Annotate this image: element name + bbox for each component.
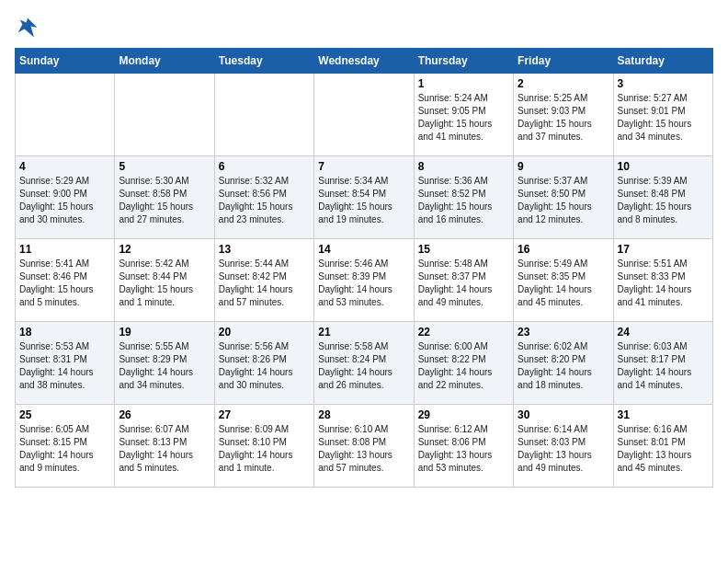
col-header-tuesday: Tuesday [214, 49, 313, 74]
calendar-cell: 27Sunrise: 6:09 AM Sunset: 8:10 PM Dayli… [214, 405, 313, 488]
calendar-cell: 16Sunrise: 5:49 AM Sunset: 8:35 PM Dayli… [514, 239, 613, 322]
day-info: Sunrise: 5:55 AM Sunset: 8:29 PM Dayligh… [119, 340, 210, 392]
calendar-cell: 3Sunrise: 5:27 AM Sunset: 9:01 PM Daylig… [613, 74, 712, 156]
day-info: Sunrise: 5:34 AM Sunset: 8:54 PM Dayligh… [318, 175, 409, 226]
day-info: Sunrise: 5:51 AM Sunset: 8:33 PM Dayligh… [618, 258, 709, 309]
calendar-cell: 21Sunrise: 5:58 AM Sunset: 8:24 PM Dayli… [314, 322, 414, 405]
day-info: Sunrise: 5:25 AM Sunset: 9:03 PM Dayligh… [518, 92, 609, 144]
col-header-saturday: Saturday [613, 49, 712, 74]
day-info: Sunrise: 6:02 AM Sunset: 8:20 PM Dayligh… [518, 340, 609, 392]
day-number: 19 [119, 326, 210, 339]
day-number: 23 [518, 326, 609, 339]
calendar-cell: 31Sunrise: 6:16 AM Sunset: 8:01 PM Dayli… [613, 405, 712, 488]
day-info: Sunrise: 5:44 AM Sunset: 8:42 PM Dayligh… [219, 258, 310, 309]
day-number: 25 [19, 408, 110, 421]
day-number: 20 [219, 326, 310, 339]
page-header [15, 15, 713, 40]
calendar-cell: 6Sunrise: 5:32 AM Sunset: 8:56 PM Daylig… [214, 156, 313, 239]
calendar-cell: 7Sunrise: 5:34 AM Sunset: 8:54 PM Daylig… [314, 156, 414, 239]
day-number: 8 [418, 160, 509, 173]
day-number: 2 [518, 77, 609, 90]
day-info: Sunrise: 5:24 AM Sunset: 9:05 PM Dayligh… [418, 92, 509, 144]
day-info: Sunrise: 5:58 AM Sunset: 8:24 PM Dayligh… [318, 340, 409, 392]
calendar-table: SundayMondayTuesdayWednesdayThursdayFrid… [15, 48, 713, 488]
day-number: 14 [318, 243, 409, 256]
day-info: Sunrise: 5:48 AM Sunset: 8:37 PM Dayligh… [418, 258, 509, 309]
calendar-cell: 26Sunrise: 6:07 AM Sunset: 8:13 PM Dayli… [115, 405, 214, 488]
day-info: Sunrise: 5:36 AM Sunset: 8:52 PM Dayligh… [418, 175, 509, 226]
calendar-cell [115, 74, 214, 156]
calendar-cell: 20Sunrise: 5:56 AM Sunset: 8:26 PM Dayli… [214, 322, 313, 405]
day-number: 26 [119, 408, 210, 421]
day-info: Sunrise: 6:00 AM Sunset: 8:22 PM Dayligh… [418, 340, 509, 392]
calendar-cell: 11Sunrise: 5:41 AM Sunset: 8:46 PM Dayli… [16, 239, 115, 322]
day-info: Sunrise: 6:12 AM Sunset: 8:06 PM Dayligh… [418, 423, 509, 475]
calendar-week-row: 18Sunrise: 5:53 AM Sunset: 8:31 PM Dayli… [16, 322, 713, 405]
calendar-cell: 24Sunrise: 6:03 AM Sunset: 8:17 PM Dayli… [613, 322, 712, 405]
calendar-cell: 28Sunrise: 6:10 AM Sunset: 8:08 PM Dayli… [314, 405, 414, 488]
calendar-cell: 17Sunrise: 5:51 AM Sunset: 8:33 PM Dayli… [613, 239, 712, 322]
col-header-thursday: Thursday [414, 49, 513, 74]
day-info: Sunrise: 6:09 AM Sunset: 8:10 PM Dayligh… [219, 423, 310, 475]
day-number: 31 [618, 408, 709, 421]
day-info: Sunrise: 6:16 AM Sunset: 8:01 PM Dayligh… [618, 423, 709, 475]
calendar-cell: 9Sunrise: 5:37 AM Sunset: 8:50 PM Daylig… [514, 156, 613, 239]
col-header-sunday: Sunday [16, 49, 115, 74]
calendar-cell [214, 74, 313, 156]
day-info: Sunrise: 5:27 AM Sunset: 9:01 PM Dayligh… [618, 92, 709, 144]
calendar-cell: 15Sunrise: 5:48 AM Sunset: 8:37 PM Dayli… [414, 239, 513, 322]
col-header-friday: Friday [514, 49, 613, 74]
day-info: Sunrise: 5:49 AM Sunset: 8:35 PM Dayligh… [518, 258, 609, 309]
calendar-cell: 5Sunrise: 5:30 AM Sunset: 8:58 PM Daylig… [115, 156, 214, 239]
day-number: 16 [518, 243, 609, 256]
day-info: Sunrise: 5:41 AM Sunset: 8:46 PM Dayligh… [19, 258, 110, 309]
calendar-week-row: 11Sunrise: 5:41 AM Sunset: 8:46 PM Dayli… [16, 239, 713, 322]
calendar-cell: 1Sunrise: 5:24 AM Sunset: 9:05 PM Daylig… [414, 74, 513, 156]
day-info: Sunrise: 6:03 AM Sunset: 8:17 PM Dayligh… [618, 340, 709, 392]
day-number: 13 [219, 243, 310, 256]
day-number: 11 [19, 243, 110, 256]
day-info: Sunrise: 5:46 AM Sunset: 8:39 PM Dayligh… [318, 258, 409, 309]
day-info: Sunrise: 6:10 AM Sunset: 8:08 PM Dayligh… [318, 423, 409, 475]
day-info: Sunrise: 5:42 AM Sunset: 8:44 PM Dayligh… [119, 258, 210, 309]
day-number: 9 [518, 160, 609, 173]
calendar-week-row: 25Sunrise: 6:05 AM Sunset: 8:15 PM Dayli… [16, 405, 713, 488]
day-info: Sunrise: 5:29 AM Sunset: 9:00 PM Dayligh… [19, 175, 110, 226]
calendar-week-row: 4Sunrise: 5:29 AM Sunset: 9:00 PM Daylig… [16, 156, 713, 239]
day-number: 27 [219, 408, 310, 421]
day-number: 1 [418, 77, 509, 90]
calendar-cell: 30Sunrise: 6:14 AM Sunset: 8:03 PM Dayli… [514, 405, 613, 488]
day-info: Sunrise: 5:39 AM Sunset: 8:48 PM Dayligh… [618, 175, 709, 226]
col-header-monday: Monday [115, 49, 214, 74]
calendar-cell: 25Sunrise: 6:05 AM Sunset: 8:15 PM Dayli… [16, 405, 115, 488]
day-info: Sunrise: 5:53 AM Sunset: 8:31 PM Dayligh… [19, 340, 110, 392]
calendar-cell: 29Sunrise: 6:12 AM Sunset: 8:06 PM Dayli… [414, 405, 513, 488]
calendar-cell: 8Sunrise: 5:36 AM Sunset: 8:52 PM Daylig… [414, 156, 513, 239]
day-info: Sunrise: 6:07 AM Sunset: 8:13 PM Dayligh… [119, 423, 210, 475]
calendar-cell: 23Sunrise: 6:02 AM Sunset: 8:20 PM Dayli… [514, 322, 613, 405]
calendar-week-row: 1Sunrise: 5:24 AM Sunset: 9:05 PM Daylig… [16, 74, 713, 156]
day-info: Sunrise: 5:30 AM Sunset: 8:58 PM Dayligh… [119, 175, 210, 226]
calendar-cell: 10Sunrise: 5:39 AM Sunset: 8:48 PM Dayli… [613, 156, 712, 239]
day-number: 6 [219, 160, 310, 173]
calendar-cell: 13Sunrise: 5:44 AM Sunset: 8:42 PM Dayli… [214, 239, 313, 322]
calendar-cell: 2Sunrise: 5:25 AM Sunset: 9:03 PM Daylig… [514, 74, 613, 156]
day-number: 12 [119, 243, 210, 256]
day-number: 5 [119, 160, 210, 173]
day-number: 17 [618, 243, 709, 256]
calendar-cell: 22Sunrise: 6:00 AM Sunset: 8:22 PM Dayli… [414, 322, 513, 405]
day-number: 21 [318, 326, 409, 339]
day-number: 15 [418, 243, 509, 256]
day-info: Sunrise: 5:37 AM Sunset: 8:50 PM Dayligh… [518, 175, 609, 226]
day-number: 10 [618, 160, 709, 173]
svg-marker-0 [18, 18, 38, 38]
col-header-wednesday: Wednesday [314, 49, 414, 74]
day-info: Sunrise: 5:56 AM Sunset: 8:26 PM Dayligh… [219, 340, 310, 392]
calendar-cell: 12Sunrise: 5:42 AM Sunset: 8:44 PM Dayli… [115, 239, 214, 322]
day-number: 30 [518, 408, 609, 421]
calendar-header-row: SundayMondayTuesdayWednesdayThursdayFrid… [16, 49, 713, 74]
calendar-cell: 14Sunrise: 5:46 AM Sunset: 8:39 PM Dayli… [314, 239, 414, 322]
day-number: 29 [418, 408, 509, 421]
day-number: 24 [618, 326, 709, 339]
calendar-cell [314, 74, 414, 156]
